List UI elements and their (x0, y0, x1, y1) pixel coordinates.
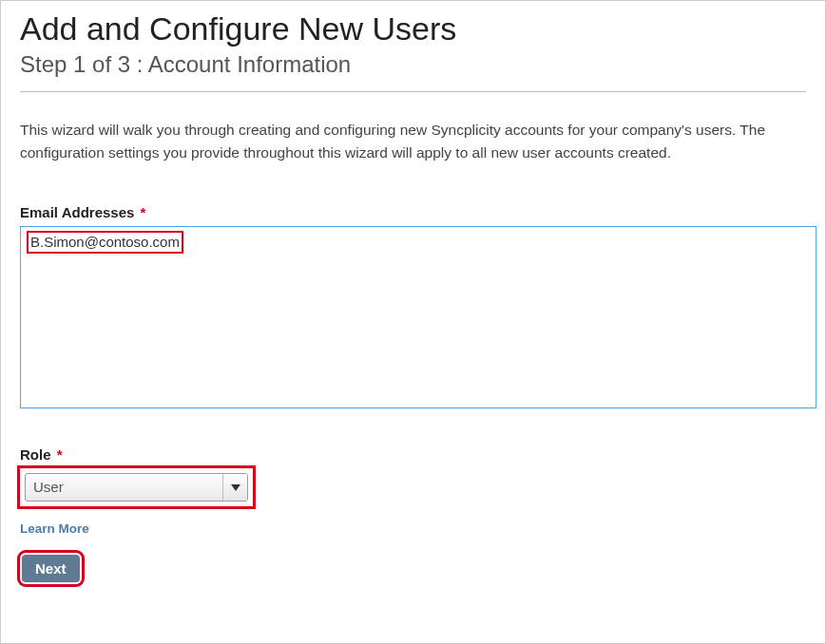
email-entry[interactable]: B.Simon@contoso.com (27, 231, 183, 254)
role-dropdown-toggle[interactable] (222, 474, 247, 501)
intro-text: This wizard will walk you through creati… (20, 119, 806, 164)
email-addresses-label: Email Addresses * (20, 204, 806, 220)
learn-more-link[interactable]: Learn More (20, 521, 89, 536)
email-addresses-textarea[interactable]: B.Simon@contoso.com (20, 226, 816, 408)
required-indicator: * (57, 446, 63, 463)
next-button[interactable]: Next (22, 555, 80, 582)
next-button-highlight: Next (20, 553, 82, 584)
page-title: Add and Configure New Users (20, 10, 806, 47)
role-dropdown-selected: User (26, 474, 222, 501)
role-dropdown[interactable]: User (25, 473, 248, 502)
step-subtitle: Step 1 of 3 : Account Information (20, 51, 806, 78)
role-label-text: Role (20, 446, 51, 463)
chevron-down-icon (231, 484, 240, 491)
divider (20, 91, 806, 92)
role-label: Role * (20, 446, 806, 463)
required-indicator: * (141, 204, 146, 220)
email-addresses-label-text: Email Addresses (20, 204, 134, 220)
role-field-highlight: User (20, 468, 253, 506)
